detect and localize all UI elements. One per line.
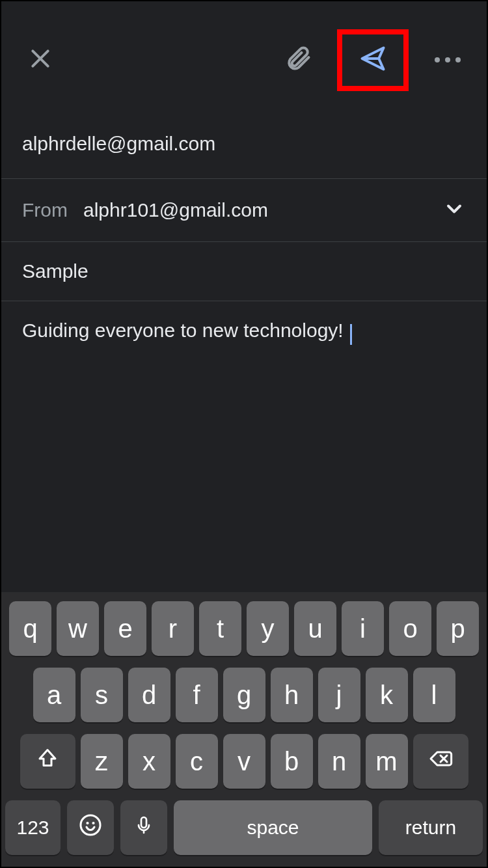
key-a[interactable]: a bbox=[33, 668, 75, 722]
svg-point-5 bbox=[86, 821, 88, 824]
backspace-icon bbox=[427, 746, 454, 778]
send-button-highlight bbox=[337, 29, 409, 91]
key-f[interactable]: f bbox=[176, 668, 218, 722]
body-field[interactable]: Guiding everyone to new technology! bbox=[1, 301, 487, 363]
key-n[interactable]: n bbox=[318, 734, 360, 789]
key-l[interactable]: l bbox=[413, 668, 455, 722]
key-s[interactable]: s bbox=[81, 668, 123, 722]
key-x[interactable]: x bbox=[128, 734, 170, 789]
key-y[interactable]: y bbox=[247, 601, 289, 656]
key-h[interactable]: h bbox=[271, 668, 313, 722]
backspace-key[interactable] bbox=[413, 734, 468, 789]
key-b[interactable]: b bbox=[271, 734, 313, 789]
close-button[interactable] bbox=[21, 40, 60, 79]
from-value: alphr101@gmail.com bbox=[83, 199, 268, 221]
from-left: From alphr101@gmail.com bbox=[22, 199, 268, 221]
keyboard-row-4: 123 space return bbox=[5, 800, 483, 855]
key-q[interactable]: q bbox=[9, 601, 51, 656]
key-j[interactable]: j bbox=[318, 668, 360, 722]
close-icon bbox=[27, 46, 53, 74]
keyboard-row-2: a s d f g h j k l bbox=[5, 668, 483, 722]
send-icon bbox=[359, 44, 387, 75]
body-text: Guiding everyone to new technology! bbox=[22, 319, 349, 341]
key-p[interactable]: p bbox=[437, 601, 479, 656]
key-w[interactable]: w bbox=[57, 601, 99, 656]
keyboard-row-3: z x c v b n m bbox=[5, 734, 483, 789]
key-k[interactable]: k bbox=[366, 668, 408, 722]
from-field[interactable]: From alphr101@gmail.com bbox=[1, 179, 487, 242]
key-g[interactable]: g bbox=[223, 668, 265, 722]
compose-toolbar bbox=[1, 1, 487, 105]
space-key[interactable]: space bbox=[174, 800, 372, 855]
shift-icon bbox=[36, 747, 59, 776]
emoji-key[interactable] bbox=[67, 800, 114, 855]
more-icon bbox=[435, 57, 461, 62]
key-i[interactable]: i bbox=[342, 601, 384, 656]
paperclip-icon bbox=[284, 44, 312, 75]
svg-rect-7 bbox=[141, 817, 146, 828]
to-value: alphrdelle@gmail.com bbox=[22, 133, 215, 155]
key-v[interactable]: v bbox=[223, 734, 265, 789]
key-u[interactable]: u bbox=[294, 601, 336, 656]
key-o[interactable]: o bbox=[389, 601, 431, 656]
to-field[interactable]: alphrdelle@gmail.com bbox=[1, 105, 487, 179]
text-cursor bbox=[350, 324, 352, 345]
from-expand-button[interactable] bbox=[442, 197, 466, 223]
key-e[interactable]: e bbox=[104, 601, 146, 656]
attach-button[interactable] bbox=[278, 40, 318, 79]
key-z[interactable]: z bbox=[81, 734, 123, 789]
more-options-button[interactable] bbox=[428, 40, 467, 79]
subject-value: Sample bbox=[22, 260, 88, 282]
emoji-icon bbox=[79, 813, 102, 843]
subject-field[interactable]: Sample bbox=[1, 242, 487, 301]
mic-key[interactable] bbox=[120, 800, 167, 855]
mic-icon bbox=[133, 813, 154, 843]
chevron-down-icon bbox=[442, 211, 466, 223]
from-label: From bbox=[22, 199, 68, 221]
keyboard-row-1: q w e r t y u i o p bbox=[5, 601, 483, 656]
key-r[interactable]: r bbox=[152, 601, 194, 656]
svg-point-4 bbox=[81, 815, 100, 835]
key-m[interactable]: m bbox=[366, 734, 408, 789]
svg-point-6 bbox=[92, 821, 94, 824]
numbers-key[interactable]: 123 bbox=[5, 800, 61, 855]
send-button[interactable] bbox=[353, 40, 392, 79]
toolbar-right bbox=[278, 29, 467, 91]
keyboard: q w e r t y u i o p a s d f g h j k l z … bbox=[1, 592, 487, 867]
shift-key[interactable] bbox=[20, 734, 75, 789]
key-c[interactable]: c bbox=[176, 734, 218, 789]
key-d[interactable]: d bbox=[128, 668, 170, 722]
key-t[interactable]: t bbox=[199, 601, 241, 656]
return-key[interactable]: return bbox=[379, 800, 483, 855]
